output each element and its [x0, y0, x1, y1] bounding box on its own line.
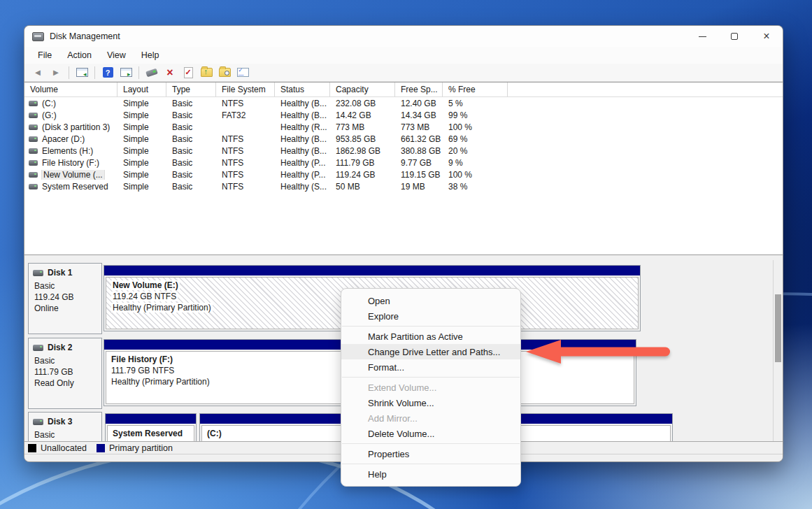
volume-fs: NTFS: [216, 134, 275, 144]
menu-action[interactable]: Action: [59, 48, 99, 62]
volume-fs: NTFS: [216, 170, 275, 180]
menu-item-change-drive-letter[interactable]: Change Drive Letter and Paths...: [341, 344, 520, 359]
delete-button[interactable]: ×: [162, 66, 178, 80]
menu-item-format[interactable]: Format...: [341, 359, 520, 375]
volume-status: Healthy (B...: [275, 99, 330, 108]
disk1-info-panel[interactable]: Disk 1 Basic 119.24 GB Online: [28, 263, 102, 334]
primary-partition-strip: [106, 414, 196, 424]
column-header-free-space[interactable]: Free Sp...: [395, 83, 443, 96]
menu-item-explore[interactable]: Explore: [341, 308, 520, 324]
volume-pct-free: 99 %: [443, 110, 508, 120]
volume-type: Basic: [166, 99, 216, 108]
volume-pct-free: 100 %: [443, 122, 508, 132]
menu-item-shrink-volume[interactable]: Shrink Volume...: [341, 395, 520, 410]
column-header-layout[interactable]: Layout: [117, 83, 166, 96]
table-row[interactable]: System Reserved Simple Basic NTFS Health…: [24, 180, 783, 192]
volume-type: Basic: [166, 170, 216, 180]
minimize-button[interactable]: [686, 26, 718, 47]
maximize-button[interactable]: [718, 26, 750, 47]
disk3-partition-system-reserved[interactable]: System Reserved: [105, 413, 197, 441]
column-header-volume[interactable]: Volume: [24, 83, 117, 96]
disk2-info-panel[interactable]: Disk 2 Basic 111.79 GB Read Only: [28, 338, 102, 409]
volume-free: 773 MB: [395, 122, 443, 132]
disk-name: Disk 3: [48, 417, 72, 426]
volume-status: Healthy (R...: [275, 122, 330, 132]
menu-help[interactable]: Help: [134, 48, 167, 62]
menu-item-open[interactable]: Open: [341, 293, 520, 308]
table-row[interactable]: Elements (H:) Simple Basic NTFS Healthy …: [24, 145, 783, 157]
partition-title: System Reserved: [113, 428, 189, 439]
show-action-pane-button[interactable]: [118, 66, 134, 80]
column-header-status[interactable]: Status: [275, 83, 330, 96]
disk-name: Disk 2: [48, 343, 72, 352]
menu-view[interactable]: View: [99, 48, 134, 62]
table-row[interactable]: Apacer (D:) Simple Basic NTFS Healthy (B…: [24, 133, 783, 145]
volume-status: Healthy (B...: [275, 134, 330, 144]
volume-pct-free: 20 %: [443, 146, 508, 156]
menu-item-properties[interactable]: Properties: [341, 446, 520, 461]
back-icon: ◄: [34, 67, 43, 78]
disk-state: Online: [34, 303, 97, 314]
disk-kind: Basic: [34, 429, 97, 440]
folder-search-button[interactable]: [217, 66, 232, 80]
volume-fs: NTFS: [216, 158, 275, 168]
check-document-icon: ✓: [184, 67, 193, 78]
volume-pct-free: 100 %: [443, 170, 508, 180]
help-icon: ?: [103, 67, 113, 78]
back-button[interactable]: ◄: [30, 66, 45, 80]
volume-fs: FAT32: [216, 110, 275, 120]
volume-type: Basic: [166, 122, 216, 132]
unallocated-swatch: [28, 444, 36, 452]
delete-icon: ×: [166, 67, 173, 78]
disk-tool-button[interactable]: [144, 66, 159, 80]
volume-name: Apacer (D:): [42, 134, 85, 144]
partition-size: 119.24 GB NTFS: [111, 292, 178, 301]
column-header-file-system[interactable]: File System: [216, 83, 275, 96]
volume-free: 14.34 GB: [395, 110, 443, 120]
menu-separator: [342, 377, 520, 378]
volume-free: 12.40 GB: [395, 99, 443, 108]
column-header-capacity[interactable]: Capacity: [330, 83, 395, 96]
toolbar-separator: [138, 66, 139, 79]
volume-capacity: 14.42 GB: [330, 110, 395, 120]
titlebar[interactable]: Disk Management ×: [24, 26, 783, 47]
table-row-selected[interactable]: New Volume (... Simple Basic NTFS Health…: [24, 169, 783, 180]
checklist-button[interactable]: ✓—✓—: [235, 66, 250, 80]
volume-free: 119.15 GB: [395, 170, 443, 180]
menu-item-mark-partition-active[interactable]: Mark Partition as Active: [341, 329, 520, 344]
close-icon: ×: [763, 31, 769, 42]
disk-size: 119.24 GB: [34, 292, 97, 303]
properties-doc-button[interactable]: ✓: [180, 66, 196, 80]
table-row[interactable]: (C:) Simple Basic NTFS Healthy (B... 232…: [24, 97, 783, 109]
volume-name: (G:): [42, 110, 57, 120]
volume-capacity: 1862.98 GB: [330, 146, 395, 156]
volume-name: (C:): [42, 99, 56, 108]
volume-name: (Disk 3 partition 3): [42, 122, 110, 132]
help-button[interactable]: ?: [100, 66, 115, 80]
menu-item-add-mirror: Add Mirror...: [341, 410, 520, 426]
menu-item-delete-volume[interactable]: Delete Volume...: [341, 426, 520, 441]
volume-free: 9.77 GB: [395, 158, 443, 168]
volume-fs: NTFS: [216, 182, 275, 192]
disk3-info-panel[interactable]: Disk 3 Basic: [28, 412, 102, 441]
table-row[interactable]: File History (F:) Simple Basic NTFS Heal…: [24, 157, 783, 169]
menu-file[interactable]: File: [30, 48, 59, 62]
close-button[interactable]: ×: [750, 26, 783, 47]
table-row[interactable]: (Disk 3 partition 3) Simple Basic Health…: [24, 121, 783, 133]
show-console-tree-button[interactable]: [74, 66, 90, 80]
volume-capacity: 232.08 GB: [330, 99, 395, 108]
column-header-pct-free[interactable]: % Free: [443, 83, 508, 96]
legend-unallocated-label: Unallocated: [41, 443, 87, 453]
volume-name: System Reserved: [42, 182, 108, 192]
disk-name: Disk 1: [48, 268, 72, 278]
folder-up-button[interactable]: ↑: [199, 66, 214, 80]
volume-layout: Simple: [117, 146, 166, 156]
disk-management-icon: [32, 32, 44, 41]
table-row[interactable]: (G:) Simple Basic FAT32 Healthy (B... 14…: [24, 109, 783, 121]
vertical-scrollbar[interactable]: [773, 260, 783, 441]
scrollbar-thumb[interactable]: [775, 294, 781, 362]
forward-button[interactable]: ►: [48, 66, 64, 80]
volume-capacity: 119.24 GB: [330, 170, 395, 180]
menu-item-help[interactable]: Help: [341, 466, 520, 482]
column-header-type[interactable]: Type: [166, 83, 216, 96]
